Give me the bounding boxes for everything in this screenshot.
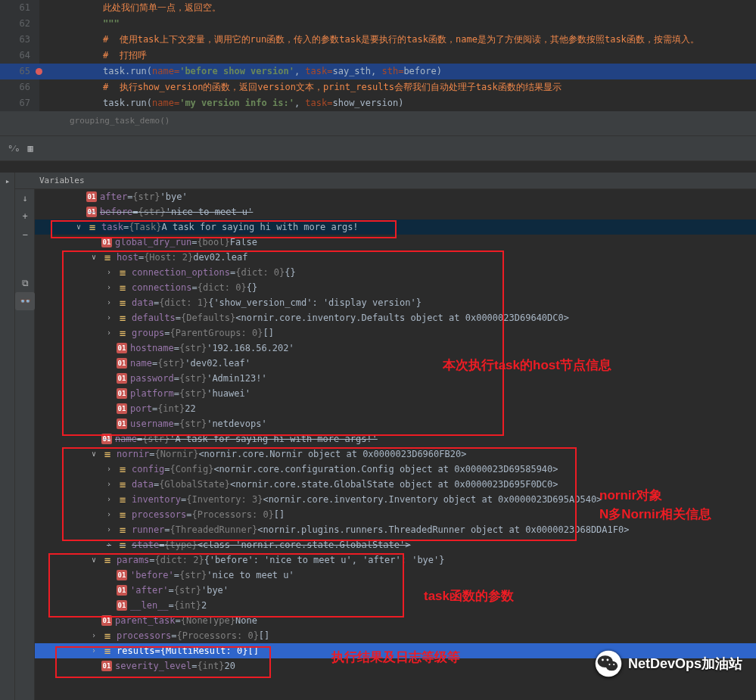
var-defaults[interactable]: ›≡defaults = {Defaults} <nornir.core.inv… (35, 310, 756, 325)
var-state[interactable]: ›≡state = {type} <class 'nornir.core.sta… (35, 537, 756, 552)
add-watch-icon[interactable]: + (15, 207, 35, 226)
annotation-label: 本次执行task的host节点信息 (443, 356, 611, 374)
var-task[interactable]: ∨≡task = {Task} A task for saying hi wit… (35, 219, 756, 235)
var-config[interactable]: ›≡config = {Config} <nornir.core.configu… (35, 462, 756, 477)
current-execution-line[interactable]: 65task.run(name='before show version', t… (0, 64, 756, 79)
svg-point-2 (605, 661, 618, 670)
var-connections[interactable]: ›≡connections = {dict: 0} {} (35, 280, 756, 295)
variables-panel: Variables ↓ + − ⧉ 👓 01after = {str} 'bye… (15, 173, 756, 700)
copy-icon[interactable]: ⧉ (15, 274, 35, 292)
debug-toolbar: ᵒ⁄ₒ ▦ (0, 135, 756, 161)
var-pafter[interactable]: 01'after' = {str} 'bye' (35, 583, 756, 598)
var-runner[interactable]: ›≡runner = {ThreadedRunner} <nornir.plug… (35, 522, 756, 537)
expand-icon: ∨ (88, 250, 100, 265)
var-port[interactable]: 01port = {int} 22 (35, 401, 756, 416)
tab-icon[interactable]: ▸ (0, 173, 15, 189)
panel-title: Variables (15, 173, 756, 189)
var-host[interactable]: ∨≡host = {Host: 2} dev02.leaf (35, 250, 756, 265)
annotation-label: N多Nornir相关信息 (599, 506, 711, 523)
var-hostname[interactable]: 01hostname = {str} '192.168.56.202' (35, 341, 756, 356)
annotation-label: nornir对象 (599, 487, 662, 504)
var-password[interactable]: 01password = {str} 'Admin123!' (35, 371, 756, 386)
var-name[interactable]: 01name = {str} 'dev02.leaf' (35, 356, 756, 371)
expand-icon: ∨ (73, 219, 85, 235)
wechat-icon (595, 650, 622, 677)
variables-tree[interactable]: 01after = {str} 'bye' 01before = {str} '… (35, 189, 756, 700)
calculator-icon[interactable]: ▦ (27, 143, 33, 154)
var-connection-options[interactable]: ›≡connection_options = {dict: 0} {} (35, 265, 756, 280)
var-nornir[interactable]: ∨≡nornir = {Nornir} <nornir.core.Nornir … (35, 446, 756, 462)
annotation-label: task函数的参数 (424, 587, 514, 605)
var-data[interactable]: ›≡data = {dict: 1} {'show_version_cmd': … (35, 295, 756, 310)
svg-point-3 (602, 659, 604, 661)
var-params[interactable]: ∨≡params = {dict: 2} {'before': 'nice to… (35, 552, 756, 568)
breakpoint-icon[interactable]: 65 (0, 64, 39, 79)
annotation-label: 执行结果及日志等级等 (331, 649, 460, 666)
variables-toolbar: ↓ + − ⧉ 👓 (15, 189, 35, 700)
var-groups[interactable]: ›≡groups = {ParentGroups: 0} [] (35, 325, 756, 341)
watermark: NetDevOps加油站 (595, 650, 742, 677)
var-before[interactable]: 01before = {str} 'nice to meet u' (35, 204, 756, 219)
var-platform[interactable]: 01platform = {str} 'huawei' (35, 386, 756, 401)
call-stack-frame[interactable]: grouping_task_demo() (0, 111, 756, 135)
collapse-icon: › (103, 265, 115, 280)
var-plen[interactable]: 01__len__ = {int} 2 (35, 598, 756, 613)
var-pprocessors[interactable]: ›≡processors = {Processors: 0} [] (35, 628, 756, 643)
var-task-name[interactable]: 01name = {str} 'A task for saying hi wit… (35, 431, 756, 446)
svg-point-4 (606, 659, 608, 661)
var-username[interactable]: 01username = {str} 'netdevops' (35, 416, 756, 431)
code-editor[interactable]: 61此处我们简单一点，返回空。 62""" 63# 使用task上下文变量，调用… (0, 0, 756, 111)
step-icon[interactable]: ↓ (15, 189, 35, 207)
svg-point-5 (608, 664, 610, 665)
var-after[interactable]: 01after = {str} 'bye' (35, 189, 756, 204)
glasses-icon[interactable]: 👓 (15, 292, 35, 310)
remove-icon[interactable]: − (15, 226, 35, 244)
watch-icon[interactable]: ᵒ⁄ₒ (8, 143, 20, 154)
tool-window-tabs: ▸ (0, 173, 15, 700)
var-pbefore[interactable]: 01'before' = {str} 'nice to meet u' (35, 568, 756, 583)
var-parent-task[interactable]: 01parent_task = {NoneType} None (35, 613, 756, 628)
var-global-dry-run[interactable]: 01global_dry_run = {bool} False (35, 235, 756, 250)
svg-point-6 (613, 664, 614, 665)
